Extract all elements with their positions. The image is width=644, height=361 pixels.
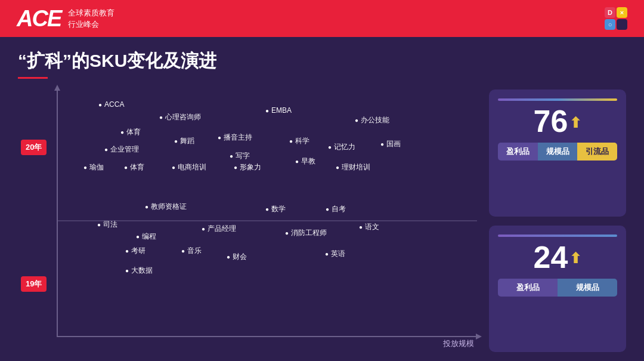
x-axis-label: 投放规模 <box>443 338 474 349</box>
dot-law: 司法 <box>97 220 117 230</box>
dot-image: 形象力 <box>234 162 261 172</box>
tag-profit-76: 盈利品 <box>498 143 538 161</box>
dot-sports2: 体育 <box>124 162 144 172</box>
header-bar: ACE 全球素质教育 行业峰会 D × ○ <box>0 0 644 37</box>
dxo-cell-empty <box>617 19 627 30</box>
y-axis <box>57 90 58 337</box>
year-20-label: 20年 <box>21 140 47 155</box>
dot-music: 音乐 <box>181 246 202 256</box>
dot-science: 科学 <box>289 136 309 146</box>
dot-sports1: 体育 <box>120 127 141 137</box>
dot-chinese: 语文 <box>359 222 379 232</box>
dot-bigdata: 大数据 <box>125 266 153 276</box>
dot-selfexam: 自考 <box>326 204 346 214</box>
stat-card-76: 76 ⬆ 盈利品 规模品 引流品 <box>489 90 626 217</box>
dot-programming: 编程 <box>136 232 156 242</box>
title-underline <box>18 77 48 79</box>
dot-teacher-cert: 教师资格证 <box>145 202 187 212</box>
arrow-up-24: ⬆ <box>569 251 581 266</box>
dxo-logo: D × ○ <box>605 7 627 30</box>
dot-accounting: 财会 <box>227 252 247 262</box>
arrow-up-76: ⬆ <box>569 116 581 130</box>
dot-biz-mgmt: 企业管理 <box>104 144 139 155</box>
stat-tags-24: 盈利品 规模品 <box>498 279 617 297</box>
dot-math: 数学 <box>265 204 286 214</box>
card-76-border <box>498 98 617 101</box>
dot-ecommerce: 电商培训 <box>172 162 206 172</box>
chart-area: 20年 19年 投放规模 ACCA 心理咨询师 EMBA 办公技能 体育 企业管… <box>18 90 626 352</box>
scatter-area: 20年 19年 投放规模 ACCA 心理咨询师 EMBA 办公技能 体育 企业管… <box>18 90 477 352</box>
slide-container: ACE 全球素质教育 行业峰会 D × ○ “扩科”的SKU变化及演进 <box>0 0 644 361</box>
stat-number-24: 24 ⬆ <box>534 242 582 273</box>
stat-card-24: 24 ⬆ 盈利品 规模品 <box>489 226 626 353</box>
dot-earlyedu: 早教 <box>295 156 315 166</box>
x-axis <box>57 336 477 337</box>
dot-memory: 记忆力 <box>328 142 355 152</box>
dxo-cell-o: ○ <box>605 19 615 30</box>
dot-painting: 国画 <box>380 139 401 149</box>
dot-english: 英语 <box>325 249 345 259</box>
dot-psychology: 心理咨询师 <box>159 112 201 122</box>
stat-number-76: 76 ⬆ <box>534 106 582 137</box>
dot-yoga: 瑜伽 <box>83 162 104 172</box>
main-content: “扩科”的SKU变化及演进 20年 19年 投放规模 ACCA 心理 <box>0 37 644 361</box>
dot-finance-training: 理财培训 <box>336 162 370 172</box>
tag-profit-24: 盈利品 <box>498 279 558 297</box>
dot-emba: EMBA <box>265 106 292 115</box>
dot-dance: 舞蹈 <box>174 136 194 146</box>
slide-title: “扩科”的SKU变化及演进 <box>18 49 626 73</box>
tag-scale-76: 规模品 <box>538 143 578 161</box>
dot-broadcasting: 播音主持 <box>218 132 252 143</box>
right-panel: 76 ⬆ 盈利品 规模品 引流品 24 ⬆ <box>489 90 626 352</box>
stat-tags-76: 盈利品 规模品 引流品 <box>498 143 617 161</box>
tag-scale-24: 规模品 <box>558 279 617 297</box>
dxo-cell-x: × <box>617 7 627 18</box>
dot-acca: ACCA <box>98 100 124 109</box>
dot-fire-engineer: 消防工程师 <box>285 228 327 238</box>
dxo-cell-d: D <box>605 7 615 18</box>
year-19-label: 19年 <box>21 276 47 292</box>
dot-writing: 写字 <box>230 151 250 161</box>
dot-graduate: 考研 <box>125 246 145 256</box>
logo-area: ACE 全球素质教育 行业峰会 <box>17 6 114 32</box>
tag-traffic-76: 引流品 <box>577 143 617 161</box>
x-axis-arrow <box>476 334 482 340</box>
ace-logo: ACE <box>17 6 61 32</box>
card-24-border <box>498 235 617 237</box>
y-axis-arrow <box>54 85 60 91</box>
dot-office: 办公技能 <box>355 115 389 125</box>
dot-product-mgr: 产品经理 <box>202 224 236 234</box>
logo-subtitle: 全球素质教育 行业峰会 <box>68 7 114 30</box>
divider-line <box>57 221 477 221</box>
